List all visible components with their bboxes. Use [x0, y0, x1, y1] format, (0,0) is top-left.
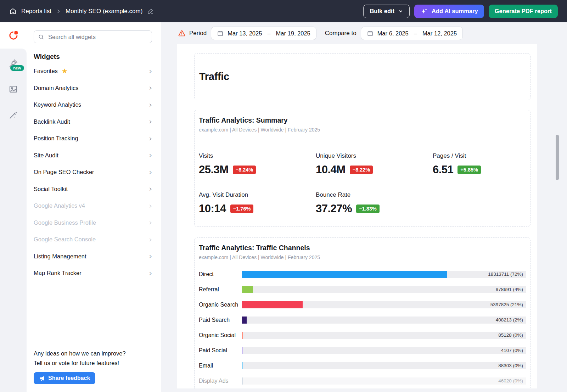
top-bar: Reports list Monthly SEO (example.com) B…: [0, 0, 567, 22]
channel-bar-fill: [242, 377, 243, 385]
metric-change-badge: −8.22%: [350, 166, 373, 174]
metric-value: 6.51: [433, 163, 453, 176]
summary-widget-title: Traffic Analytics: Summary: [199, 116, 526, 124]
edit-pencil-icon[interactable]: [147, 8, 154, 15]
sidebar-item-label: Google Business Profile: [34, 219, 96, 226]
channel-bar-fill: [242, 301, 303, 308]
metric-change-badge: −8.24%: [233, 166, 256, 174]
megaphone-icon: [39, 375, 45, 381]
channel-row-referral: Referral978691 (4%): [199, 286, 526, 293]
sidebar-item-label: Google Search Console: [34, 236, 96, 243]
metric-change-badge: −1.76%: [230, 205, 254, 213]
channel-bar-fill: [242, 332, 243, 339]
rail-tab-widgets[interactable]: [0, 22, 27, 49]
chevron-right-icon: ›: [149, 168, 152, 176]
channel-bar-track: 88303 (0%): [242, 362, 526, 369]
traffic-summary-widget[interactable]: Traffic Analytics: Summary example.com |…: [194, 110, 530, 227]
channels-widget-title: Traffic Analytics: Traffic Channels: [199, 244, 526, 252]
channel-value-label: 46020 (0%): [498, 377, 523, 385]
channel-value-label: 88303 (0%): [498, 362, 523, 369]
sidebar-item-site-audit[interactable]: Site Audit›: [27, 147, 161, 164]
chevron-right-icon: ›: [149, 101, 152, 109]
bulk-edit-button[interactable]: Bulk edit: [363, 5, 410, 18]
add-ai-summary-button[interactable]: Add AI summary: [414, 5, 484, 18]
magic-wand-icon: [9, 110, 18, 120]
sidebar-item-label: Keyword Analytics: [34, 101, 81, 108]
sidebar-item-listing-management[interactable]: Listing Management›: [27, 248, 161, 265]
home-icon[interactable]: [9, 7, 17, 15]
sidebar-item-label: Google Analytics v4: [34, 202, 85, 209]
channel-label: Referral: [199, 286, 242, 293]
metric-avg-visit-duration: Avg. Visit Duration10:14−1.76%: [199, 191, 316, 215]
widget-search-input[interactable]: [47, 33, 148, 41]
channel-value-label: 18313711 (72%): [488, 271, 523, 278]
sidebar-item-label: Backlink Audit: [34, 118, 70, 125]
channel-value-label: 408213 (2%): [496, 317, 523, 324]
metric-value: 10.4M: [316, 163, 346, 176]
sidebar-item-domain-analytics[interactable]: Domain Analytics›: [27, 80, 161, 97]
sidebar-item-social-toolkit[interactable]: Social Toolkit›: [27, 181, 161, 198]
channel-row-email: Email88303 (0%): [199, 362, 526, 369]
metric-unique-visitors: Unique Visitors10.4M−8.22%: [316, 152, 433, 176]
search-icon: [38, 34, 44, 40]
metric-label: Visits: [199, 152, 316, 159]
channel-bar-track: 85128 (0%): [242, 332, 526, 339]
sidebar-item-label: Social Toolkit: [34, 186, 68, 192]
chevron-right-icon: ›: [149, 151, 152, 159]
chevron-right-icon: ›: [149, 118, 152, 125]
sidebar-item-google-analytics-v4: Google Analytics v4›: [27, 197, 161, 214]
rail-lower-section: new: [0, 49, 27, 392]
sidebar-item-label: Position Tracking: [34, 135, 78, 142]
sidebar-item-google-search-console: Google Search Console›: [27, 231, 161, 248]
section-title: Traffic: [199, 71, 229, 83]
favorites-star-icon: ★: [62, 68, 68, 74]
icon-rail: new: [0, 22, 27, 392]
period-start-date: Mar 13, 2025: [228, 30, 262, 37]
widget-search[interactable]: [34, 30, 152, 43]
generate-pdf-button[interactable]: Generate PDF report: [489, 5, 558, 18]
section-title-widget[interactable]: Traffic: [194, 53, 530, 100]
share-feedback-button[interactable]: Share feedback: [34, 372, 95, 384]
compare-start-date: Mar 6, 2025: [377, 30, 409, 37]
channel-label: Display Ads: [199, 378, 242, 384]
sidebar-item-on-page-seo-checker[interactable]: On Page SEO Checker›: [27, 164, 161, 181]
sidebar-item-favorites[interactable]: Favorites★›: [27, 63, 161, 80]
metric-label: Bounce Rate: [316, 191, 433, 198]
channel-bar-fill: [242, 271, 447, 278]
sidebar-item-label: Listing Management: [34, 253, 86, 260]
channels-bar-chart: Direct18313711 (72%)Referral978691 (4%)O…: [199, 271, 526, 385]
bulk-edit-label: Bulk edit: [370, 8, 394, 15]
channel-value-label: 4107 (0%): [501, 347, 523, 354]
period-toolbar: Period Mar 13, 2025 – Mar 19, 2025 Compa…: [161, 22, 567, 44]
channel-row-organic-social: Organic Social85128 (0%): [199, 332, 526, 339]
sidebar-item-keyword-analytics[interactable]: Keyword Analytics›: [27, 96, 161, 113]
chevron-right-icon: ›: [149, 236, 152, 243]
image-icon: [9, 84, 18, 94]
channel-label: Paid Social: [199, 347, 242, 354]
channel-label: Paid Search: [199, 317, 242, 323]
rail-tab-images[interactable]: [9, 84, 18, 94]
sidebar-item-backlink-audit[interactable]: Backlink Audit›: [27, 113, 161, 130]
rail-tab-design[interactable]: [9, 110, 18, 120]
channel-row-paid-social: Paid Social4107 (0%): [199, 347, 526, 354]
chevron-right-icon: ›: [149, 67, 152, 75]
traffic-channels-widget[interactable]: Traffic Analytics: Traffic Channels exam…: [194, 237, 530, 388]
breadcrumb-reports-list[interactable]: Reports list: [21, 8, 51, 15]
channel-bar-track: 46020 (0%): [242, 377, 526, 385]
sidebar-item-map-rank-tracker[interactable]: Map Rank Tracker›: [27, 265, 161, 282]
date-range-dash: –: [266, 30, 272, 37]
compare-date-range[interactable]: Mar 6, 2025 – Mar 12, 2025: [361, 27, 463, 40]
sidebar-item-google-business-profile: Google Business Profile›: [27, 214, 161, 231]
sparkles-icon: [420, 7, 428, 15]
vertical-scrollbar-thumb[interactable]: [556, 135, 559, 180]
channel-bar-fill: [242, 286, 253, 293]
chevron-right-icon: ›: [149, 135, 152, 142]
main-area: Period Mar 13, 2025 – Mar 19, 2025 Compa…: [161, 22, 567, 392]
sidebar-item-position-tracking[interactable]: Position Tracking›: [27, 130, 161, 147]
channel-row-display-ads: Display Ads46020 (0%): [199, 377, 526, 385]
warning-icon: [178, 29, 186, 37]
rail-tab-integrations[interactable]: new: [9, 58, 18, 68]
page-title: Monthly SEO (example.com): [66, 8, 142, 15]
metric-label: Avg. Visit Duration: [199, 191, 316, 198]
period-date-range[interactable]: Mar 13, 2025 – Mar 19, 2025: [211, 27, 316, 40]
